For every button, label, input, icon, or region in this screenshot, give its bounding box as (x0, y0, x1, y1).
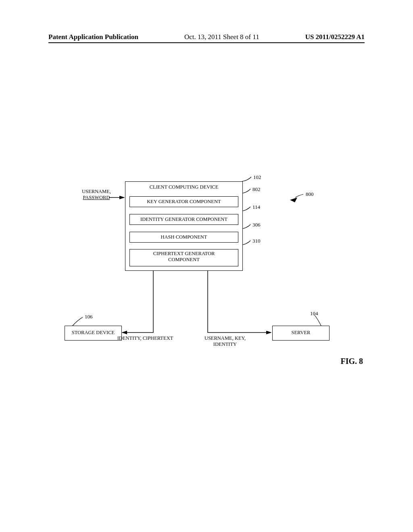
hash-component-box: HASH COMPONENT (129, 232, 238, 243)
identity-ciphertext-label: IDENTITY, CIPHERTEXT (115, 335, 175, 341)
username-key-identity-label: USERNAME, KEY, IDENTITY (201, 335, 249, 347)
page-header: Patent Application Publication Oct. 13, … (48, 33, 365, 43)
server-box: SERVER (272, 326, 330, 341)
cipher-line2: COMPONENT (168, 257, 200, 262)
to-server-line1: USERNAME, KEY, (204, 335, 246, 341)
cipher-line1: CIPHERTEXT GENERATOR (153, 251, 215, 256)
figure-label: FIG. 8 (340, 357, 363, 366)
ciphertext-generator-box: CIPHERTEXT GENERATOR COMPONENT (129, 249, 238, 266)
ref-104: 104 (310, 310, 318, 317)
ref-802: 802 (252, 186, 261, 193)
storage-device-box: STORAGE DEVICE (65, 326, 122, 341)
input-line2: PASSWORD (83, 195, 110, 200)
client-computing-device-box: CLIENT COMPUTING DEVICE KEY GENERATOR CO… (125, 181, 243, 271)
ref-114: 114 (252, 204, 260, 210)
input-line1: USERNAME, (82, 189, 111, 194)
ref-800: 800 (306, 191, 314, 197)
ref-310: 310 (252, 238, 261, 244)
key-generator-box: KEY GENERATOR COMPONENT (129, 196, 238, 207)
header-pubnumber: US 2011/0252229 A1 (305, 33, 365, 41)
client-title: CLIENT COMPUTING DEVICE (125, 182, 242, 190)
header-publication: Patent Application Publication (48, 33, 138, 41)
ref-106: 106 (85, 314, 93, 320)
identity-generator-box: IDENTITY GENERATOR COMPONENT (129, 214, 238, 225)
to-server-line2: IDENTITY (213, 341, 237, 347)
ref-306: 306 (252, 222, 261, 228)
figure-8-diagram: USERNAME, PASSWORD CLIENT COMPUTING DEVI… (48, 173, 363, 363)
header-date-sheet: Oct. 13, 2011 Sheet 8 of 11 (184, 33, 259, 41)
ref-102: 102 (253, 174, 261, 181)
input-label: USERNAME, PASSWORD (81, 189, 112, 201)
